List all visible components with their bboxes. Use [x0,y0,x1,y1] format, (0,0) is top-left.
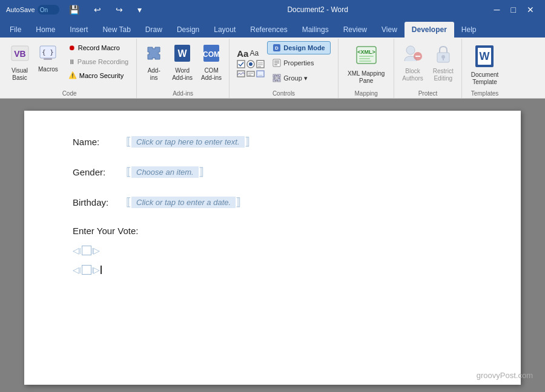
name-field[interactable]: ⟦ Click or tap here to enter text. ⟧ [126,135,250,148]
svg-text:{ }: { } [42,48,54,56]
document-template-button[interactable]: W DocumentTemplate [466,41,504,89]
tab-layout[interactable]: Layout [206,22,243,38]
checkbox-row-1: ◁ | | ▷ [73,246,472,255]
vb-label: VisualBasic [12,67,28,82]
addins-group-label: Add-ins [140,89,225,97]
restrict-editing-label: RestrictEditing [433,68,454,82]
record-icon: ⏺ [68,44,76,52]
templates-group-content: W DocumentTemplate [466,41,504,89]
tab-references[interactable]: References [243,22,294,38]
com-add-ins-button[interactable]: COM COMAdd-ins [197,41,225,84]
aa-row1: Aa Aa [237,48,265,59]
name-label: Name: [73,137,121,147]
ribbon-group-protect: BlockAuthors RestrictEditing Protect [394,39,461,98]
checkbox-2[interactable] [82,265,91,275]
tab-mailings[interactable]: Mailings [295,22,336,38]
addins-group-content: Add-ins W WordAdd-ins COM [140,41,225,89]
minimize-button[interactable]: ─ [489,2,505,17]
design-mode-button[interactable]: D Design Mode [267,41,330,54]
word-add-ins-button[interactable]: W WordAdd-ins [168,41,196,84]
vb-icon: VB [10,44,30,66]
vote-row: Enter Your Vote: [73,226,472,236]
group-button[interactable]: Group ▾ [267,71,330,85]
svg-text:W: W [480,50,490,62]
tab-review[interactable]: Review [336,22,374,38]
aa-big-1: Aa [237,48,248,59]
svg-text:VB: VB [14,49,25,59]
controls-icon-col1: Aa Aa ... [237,48,265,78]
autosave-control[interactable]: AutoSave On [6,5,59,15]
record-macro-button[interactable]: ⏺ Record Macro [64,41,133,54]
checkbox2-bracket-left: ◁ [73,265,79,275]
tab-file[interactable]: File [2,22,28,38]
document-template-label: DocumentTemplate [471,71,499,86]
tab-insert[interactable]: Insert [62,22,95,38]
properties-label: Properties [283,59,314,67]
properties-button[interactable]: Properties [267,56,330,70]
autosave-toggle[interactable]: On [38,5,59,15]
group-icon [272,74,281,82]
gender-row: Gender: ⟦ Choose an item. ⟧ [73,165,472,178]
xml-mapping-button[interactable]: <XML> XML MappingPane [342,41,390,88]
checkbox2-bracket-inner-left: | [79,267,81,273]
templates-group-label: Templates [466,89,504,97]
image-control-icon [237,70,245,78]
block-authors-icon [403,44,423,67]
tab-home[interactable]: Home [28,22,62,38]
birthday-field-bracket-left: ⟦ [126,195,131,209]
undo-button[interactable]: ↩ [89,2,106,17]
tab-draw[interactable]: Draw [138,22,170,38]
ribbon-group-code: VB VisualBasic { } Macros [2,39,137,98]
redo-button[interactable]: ↪ [111,2,128,17]
customize-qat-button[interactable]: ▾ [133,2,147,17]
gender-field-placeholder: Choose an item. [131,166,199,178]
ribbon-group-mapping: <XML> XML MappingPane Mapping [339,39,394,98]
visual-basic-button[interactable]: VB VisualBasic [6,41,33,84]
document-page: Name: ⟦ Click or tap here to enter text.… [24,111,521,385]
document-area: Name: ⟦ Click or tap here to enter text.… [0,99,545,392]
close-button[interactable]: ✕ [522,2,539,17]
svg-rect-17 [247,71,254,76]
code-group-label: Code [6,89,133,97]
ribbon-tabs: File Home Insert New Tab Draw Design Lay… [0,19,545,38]
mapping-group-content: <XML> XML MappingPane [342,41,390,89]
protect-group-label: Protect [398,89,457,97]
ribbon-group-controls: Aa Aa ... D [230,39,339,98]
tab-view[interactable]: View [374,22,405,38]
pause-recording-button[interactable]: ⏸ Pause Recording [64,56,133,68]
controls-icons-row2 [237,60,265,68]
restrict-editing-icon [434,44,453,67]
checkbox-icon [237,60,245,68]
svg-rect-37 [359,60,371,62]
gender-label: Gender: [73,167,121,177]
protect-group-content: BlockAuthors RestrictEditing [398,41,457,89]
pause-recording-label: Pause Recording [78,58,128,65]
gender-field[interactable]: ⟦ Choose an item. ⟧ [126,165,204,178]
window-controls: ─ □ ✕ [489,2,539,17]
birthday-field-placeholder: Click or tap to enter a date. [131,197,236,208]
controls-group-content: Aa Aa ... D [237,41,330,89]
text-box-icon [246,70,255,78]
restrict-editing-button[interactable]: RestrictEditing [429,41,458,85]
maximize-button[interactable]: □ [506,2,521,17]
block-authors-button[interactable]: BlockAuthors [398,41,427,85]
tab-developer[interactable]: Developer [405,22,454,38]
birthday-label: Birthday: [73,197,121,207]
tab-design[interactable]: Design [170,22,206,38]
tab-help[interactable]: Help [454,22,484,38]
document-template-icon: W [474,44,495,70]
macro-security-label: Macro Security [79,72,124,79]
add-ins-button[interactable]: Add-ins [140,41,167,84]
gender-field-bracket-right: ⟧ [199,165,204,178]
macros-button[interactable]: { } Macros [35,41,62,76]
title-bar: AutoSave On 💾 ↩ ↪ ▾ Document2 - Word ─ □… [0,0,545,19]
controls-btn-col: D Design Mode Properties Group ▾ [267,41,330,85]
macro-security-button[interactable]: ⚠️ Macro Security [64,69,133,82]
svg-point-11 [249,62,253,66]
addins-icon [144,44,164,66]
checkbox2-bracket-right: ▷ [93,265,100,275]
checkbox-1[interactable] [82,246,91,255]
tab-newtab[interactable]: New Tab [95,22,137,38]
save-button[interactable]: 💾 [64,2,84,17]
birthday-field[interactable]: ⟦ Click or tap to enter a date. ⟧ [126,195,241,209]
